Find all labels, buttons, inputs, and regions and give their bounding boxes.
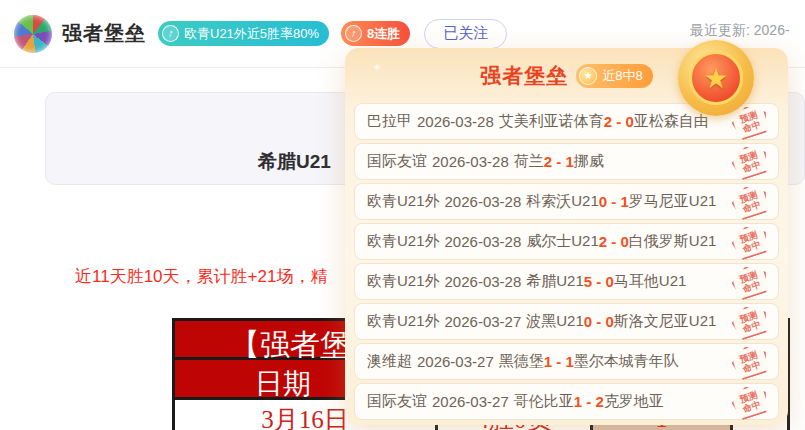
row-away-team: 白俄罗斯U21 xyxy=(629,232,717,251)
row-league: 欧青U21外 xyxy=(367,272,440,291)
star-icon: ★ xyxy=(579,67,597,85)
streak-badge-teal-label: 欧青U21外近5胜率80% xyxy=(184,25,319,43)
prediction-row: 国际友谊 2026-03-28 荷兰 2 - 1 挪威 预测命中 xyxy=(354,143,779,180)
prediction-hit-stamp-icon: 预测命中 xyxy=(728,381,772,422)
gold-medal-icon: ★ xyxy=(678,40,754,116)
row-home-team: 科索沃U21 xyxy=(526,192,599,211)
row-away-team: 克罗地亚 xyxy=(604,392,664,411)
row-league: 国际友谊 xyxy=(367,152,427,171)
row-league: 国际友谊 xyxy=(367,392,427,411)
row-league: 欧青U21外 xyxy=(367,312,440,331)
popup-title: 强者堡垒 xyxy=(480,62,568,90)
page-title: 强者堡垒 xyxy=(62,20,146,47)
history-popup: 强者堡垒 ★ 近8中8 ★ ✦ ✦ 巴拉甲 2026-03-28 艾美利亚诺体育… xyxy=(345,48,788,425)
row-league: 澳维超 xyxy=(367,352,412,371)
table-date-header: 日期 xyxy=(255,365,311,403)
row-home-team: 希腊U21 xyxy=(526,272,584,291)
row-league: 巴拉甲 xyxy=(367,112,412,131)
row-score: 2 - 0 xyxy=(599,233,629,250)
row-date: 2026-03-28 xyxy=(445,273,522,290)
prediction-row: 欧青U21外 2026-03-27 波黑U21 0 - 0 斯洛文尼亚U21 预… xyxy=(354,303,779,340)
prediction-hit-stamp-icon: 预测命中 xyxy=(728,181,772,222)
row-home-team: 艾美利亚诺体育 xyxy=(499,112,604,131)
hit-rate-badge-label: 近8中8 xyxy=(602,67,642,85)
row-date: 2026-03-27 xyxy=(445,313,522,330)
streak-badge-red: ↑ 8连胜 xyxy=(341,21,410,46)
prediction-row: 欧青U21外 2026-03-28 希腊U21 5 - 0 马耳他U21 预测命… xyxy=(354,263,779,300)
up-arrow-icon: ↑ xyxy=(345,25,362,42)
user-avatar[interactable] xyxy=(14,15,52,53)
row-away-team: 斯洛文尼亚U21 xyxy=(614,312,717,331)
up-arrow-icon: ↑ xyxy=(162,25,179,42)
row-home-team: 威尔士U21 xyxy=(526,232,599,251)
row-date: 2026-03-27 xyxy=(417,353,494,370)
streak-badge-red-label: 8连胜 xyxy=(367,25,400,43)
prediction-row: 欧青U21外 2026-03-28 威尔士U21 2 - 0 白俄罗斯U21 预… xyxy=(354,223,779,260)
row-away-team: 罗马尼亚U21 xyxy=(629,192,717,211)
hit-rate-badge: ★ 近8中8 xyxy=(576,64,652,88)
sparkle-icon: ✦ xyxy=(373,62,381,73)
popup-header: 强者堡垒 ★ 近8中8 ★ xyxy=(345,48,788,103)
row-score: 2 - 0 xyxy=(604,113,634,130)
prediction-history-list: 巴拉甲 2026-03-28 艾美利亚诺体育 2 - 0 亚松森自由 预测命中 … xyxy=(345,103,788,420)
row-date: 2026-03-28 xyxy=(445,193,522,210)
streak-badge-teal: ↑ 欧青U21外近5胜率80% xyxy=(158,21,329,46)
last-update-text: 最近更新: 2026- xyxy=(690,22,805,40)
summary-text: 近11天胜10天，累计胜+21场，精 xyxy=(75,265,375,288)
row-date: 2026-03-27 xyxy=(432,393,509,410)
row-home-team: 黑德堡 xyxy=(499,352,544,371)
row-date: 2026-03-28 xyxy=(445,233,522,250)
match-team-name: 希腊U21 xyxy=(258,149,331,175)
row-date: 2026-03-28 xyxy=(417,113,494,130)
row-league: 欧青U21外 xyxy=(367,192,440,211)
row-away-team: 挪威 xyxy=(574,152,604,171)
row-date: 2026-03-28 xyxy=(432,153,509,170)
prediction-row: 国际友谊 2026-03-27 哥伦比亚 1 - 2 克罗地亚 预测命中 xyxy=(354,383,779,420)
row-home-team: 哥伦比亚 xyxy=(514,392,574,411)
prediction-hit-stamp-icon: 预测命中 xyxy=(728,221,772,262)
row-score: 0 - 1 xyxy=(599,193,629,210)
row-score: 1 - 1 xyxy=(544,353,574,370)
prediction-hit-stamp-icon: 预测命中 xyxy=(728,301,772,342)
row-away-team: 马耳他U21 xyxy=(614,272,687,291)
row-league: 欧青U21外 xyxy=(367,232,440,251)
row-home-team: 荷兰 xyxy=(514,152,544,171)
medal-star-icon: ★ xyxy=(689,51,743,105)
prediction-hit-stamp-icon: 预测命中 xyxy=(728,341,772,382)
row-score: 0 - 0 xyxy=(584,313,614,330)
row-score: 1 - 2 xyxy=(574,393,604,410)
prediction-row: 欧青U21外 2026-03-28 科索沃U21 0 - 1 罗马尼亚U21 预… xyxy=(354,183,779,220)
row-score: 5 - 0 xyxy=(584,273,614,290)
followed-button[interactable]: 已关注 xyxy=(424,19,507,49)
prediction-row: 澳维超 2026-03-27 黑德堡 1 - 1 墨尔本城青年队 预测命中 xyxy=(354,343,779,380)
prediction-hit-stamp-icon: 预测命中 xyxy=(728,261,772,302)
row-score: 2 - 1 xyxy=(544,153,574,170)
row-away-team: 亚松森自由 xyxy=(634,112,709,131)
row-home-team: 波黑U21 xyxy=(526,312,584,331)
row-away-team: 墨尔本城青年队 xyxy=(574,352,679,371)
